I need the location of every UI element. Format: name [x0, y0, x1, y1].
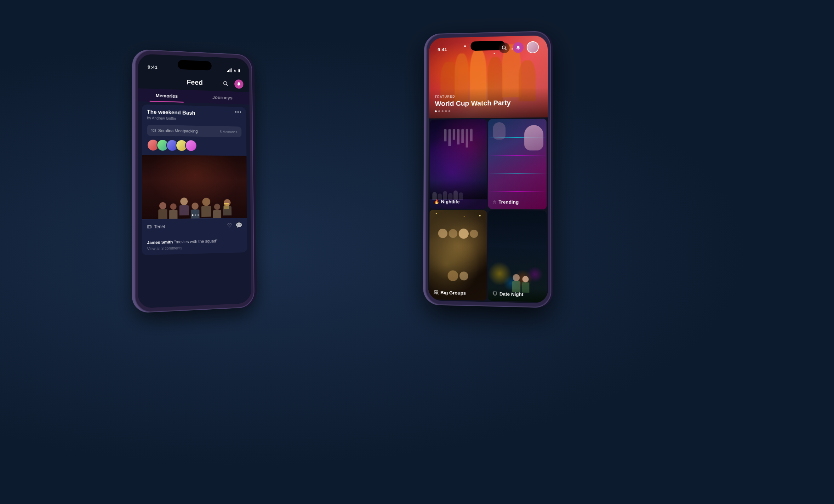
menu-dot-2 [238, 111, 239, 113]
bell-icon [237, 82, 241, 86]
explore-hero: 9:41 [429, 35, 548, 118]
explore-screen: 9:41 [428, 35, 548, 303]
svg-line-1 [226, 84, 228, 86]
feed-card-footer: Tenet ♡ 💬 [142, 218, 247, 237]
trending-image [488, 119, 547, 210]
svg-rect-3 [147, 225, 151, 228]
biggroups-icon [434, 290, 439, 294]
hero-dot-5 [448, 110, 451, 112]
dynamic-island-left [178, 60, 212, 70]
venue-memories: 5 Memories [220, 130, 237, 134]
comment-text: "movies with the squad" [174, 238, 217, 244]
datenight-image [488, 210, 547, 302]
comment-author: James Smith [147, 240, 173, 245]
search-button[interactable] [221, 79, 230, 88]
card-subtitle: by Andrew Griffin [147, 116, 195, 121]
volume-up-button[interactable] [134, 94, 135, 105]
category-biggroups[interactable]: Big Groups [429, 210, 487, 301]
venue-name: Serafina Meatpacking [158, 128, 198, 134]
movie-title: Tenet [154, 224, 165, 229]
signal-bar-1 [227, 70, 228, 72]
tab-memories[interactable]: Memories [138, 89, 195, 103]
hero-dot-2 [438, 110, 440, 112]
trending-face [524, 125, 543, 151]
avatars-row [142, 139, 246, 156]
hero-title: World Cup Watch Party [435, 98, 542, 108]
nightlife-text: Nightlife [441, 199, 460, 204]
signal-icon [227, 68, 232, 72]
hero-pagination-dots [435, 109, 542, 112]
header-icons [221, 79, 243, 89]
feed-title: Feed [187, 78, 203, 87]
explore-notification-button[interactable] [513, 42, 524, 53]
venue-tag: Tenet ♡ 💬 [147, 222, 242, 230]
category-trending[interactable]: ☆ Trending [488, 119, 547, 210]
like-button[interactable]: ♡ [227, 222, 232, 229]
volume-down-button[interactable] [134, 109, 135, 120]
category-datenight[interactable]: Date Night [488, 210, 547, 302]
feed-card: The weekend Bash by Andrew Griffin 🍽 [142, 104, 247, 255]
explore-header-icons [499, 41, 539, 54]
categories-grid: 🔥 Nightlife [428, 117, 548, 304]
card-title: The weekend Bash [147, 109, 195, 116]
biggroups-image [429, 210, 487, 301]
heart-icon [492, 291, 498, 296]
background [0, 0, 834, 504]
mute-button[interactable] [134, 81, 135, 89]
explore-search-icon [502, 45, 507, 50]
category-nightlife[interactable]: 🔥 Nightlife [430, 119, 487, 209]
menu-dot-1 [235, 111, 237, 113]
phone-left-screen: 9:41 ▲ ▮ Feed [138, 53, 251, 308]
notification-button[interactable] [234, 80, 243, 89]
trending-text: Trending [499, 199, 519, 205]
view-all-comments[interactable]: View all 3 comments [147, 244, 242, 251]
biggroups-label: Big Groups [434, 289, 466, 295]
comment-button[interactable]: 💬 [236, 222, 242, 229]
nightlife-icon: 🔥 [434, 199, 439, 204]
hero-featured-label: FEATURED [435, 94, 542, 98]
search-icon [223, 81, 228, 86]
phone-right-frame: 9:41 [425, 31, 551, 308]
film-icon [147, 225, 152, 229]
svg-point-9 [434, 290, 436, 292]
hero-dot-3 [442, 110, 443, 112]
signal-bar-4 [231, 68, 232, 72]
tab-journeys[interactable]: Journeys [195, 90, 250, 105]
user-avatar-button[interactable] [527, 41, 539, 53]
svg-point-10 [436, 290, 438, 292]
datenight-text: Date Night [500, 291, 524, 297]
venue-row[interactable]: 🍽 Serafina Meatpacking 5 Memories [147, 125, 242, 137]
photo-dot-2 [195, 214, 196, 216]
card-menu-button[interactable] [235, 111, 241, 113]
svg-line-7 [505, 48, 506, 50]
venue-icon: 🍽 [152, 128, 156, 133]
explore-status-time: 9:41 [437, 47, 447, 52]
avatar-5 [185, 139, 197, 152]
feed-content: The weekend Bash by Andrew Griffin 🍽 [138, 101, 251, 308]
hero-overlay: FEATURED World Cup Watch Party [429, 87, 548, 118]
card-title-group: The weekend Bash by Andrew Griffin [147, 109, 195, 122]
signal-bar-3 [229, 69, 230, 72]
battery-icon: ▮ [238, 68, 240, 73]
cinema-photo [142, 155, 247, 219]
phone-right: 9:41 [425, 31, 551, 308]
photo-dot-1 [192, 214, 193, 216]
hero-dot-4 [445, 110, 447, 112]
phone-right-screen: 9:41 [428, 35, 548, 303]
footer-actions: ♡ 💬 [227, 222, 242, 229]
comment-section: James Smith "movies with the squad" View… [142, 235, 247, 255]
datenight-label: Date Night [492, 291, 524, 297]
signal-bar-2 [228, 70, 229, 72]
explore-status-bar: 9:41 [429, 41, 548, 56]
svg-point-2 [238, 85, 239, 86]
biggroups-text: Big Groups [440, 290, 466, 296]
concert-hands [444, 129, 473, 148]
menu-dot-3 [240, 111, 241, 113]
explore-search-button[interactable] [499, 43, 510, 53]
trending-label: ☆ Trending [492, 199, 519, 205]
photo-dot-3 [197, 214, 199, 216]
status-time-left: 9:41 [148, 64, 158, 70]
trending-icon: ☆ [492, 199, 497, 204]
status-icons-left: ▲ ▮ [227, 68, 240, 72]
explore-bell-icon [516, 45, 520, 50]
